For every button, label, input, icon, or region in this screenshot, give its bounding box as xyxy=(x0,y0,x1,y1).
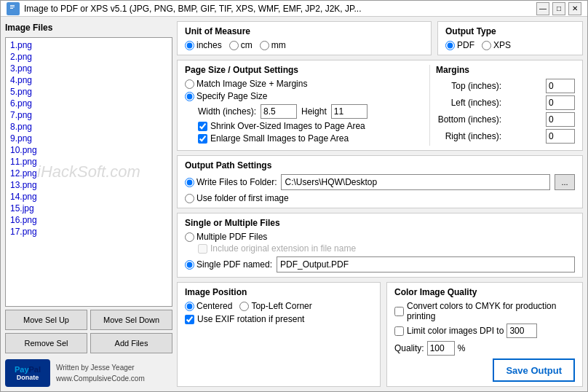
radio-cm[interactable]: cm xyxy=(229,40,253,50)
radio-multiple[interactable]: Multiple PDF Files xyxy=(185,232,575,242)
output-type-title: Output Type xyxy=(445,26,575,36)
radio-specify[interactable]: Specify Page Size xyxy=(185,91,424,101)
remove-sel-button[interactable]: Remove Sel xyxy=(5,333,87,353)
margin-bottom-row: Bottom (inches): 0 xyxy=(436,112,575,127)
radio-use-first[interactable]: Use folder of first image xyxy=(185,193,575,203)
list-item[interactable]: 12.png xyxy=(7,168,170,179)
top-margin-input[interactable]: 0 xyxy=(546,79,575,93)
list-item[interactable]: 7.png xyxy=(7,109,170,121)
list-item[interactable]: 15.jpg xyxy=(7,203,170,214)
radio-xps[interactable]: XPS xyxy=(482,40,511,50)
quality-input[interactable]: 100 xyxy=(427,341,455,356)
enlarge-label: Enlarge Small Images to Page Area xyxy=(210,133,349,144)
output-radio-row: PDF XPS xyxy=(445,40,575,50)
radio-topleft[interactable]: Top-Left Corner xyxy=(239,301,311,311)
inches-label: inches xyxy=(196,40,222,50)
left-margin-input[interactable]: 0 xyxy=(546,95,575,110)
list-item[interactable]: 16.png xyxy=(7,214,170,226)
list-item[interactable]: 3.png xyxy=(7,63,170,74)
save-output-button[interactable]: Save Output xyxy=(493,358,575,382)
radio-match[interactable]: Match Image Size + Margins xyxy=(185,79,424,89)
dpi-limit-label: Limit color images DPI to xyxy=(407,326,504,336)
radio-inches[interactable]: inches xyxy=(185,40,222,50)
match-label: Match Image Size + Margins xyxy=(196,79,307,89)
specify-label: Specify Page Size xyxy=(196,91,267,101)
left-panel: Image Files iHackSoft.com 1.png2.png3.pn… xyxy=(5,21,172,387)
paypal-button[interactable]: PayPal Donate xyxy=(5,359,50,387)
left-margin-label: Left (inches): xyxy=(436,98,501,108)
write-folder-label: Write Files to Folder: xyxy=(196,177,277,187)
bottom-buttons: Move Sel Up Move Sel Down xyxy=(5,310,172,330)
quality-label: Quality: xyxy=(394,343,424,353)
shrink-label: Shrink Over-Sized Images to Page Area xyxy=(210,121,365,131)
enlarge-row: Enlarge Small Images to Page Area xyxy=(185,133,424,144)
move-sel-up-button[interactable]: Move Sel Up xyxy=(5,310,87,330)
add-files-button[interactable]: Add Files xyxy=(90,333,172,353)
list-item[interactable]: 6.png xyxy=(7,98,170,109)
main-window: Image to PDF or XPS v5.1 (JPG, PNG, BMP,… xyxy=(0,0,588,392)
list-item[interactable]: 10.png xyxy=(7,144,170,156)
include-ext-checkbox[interactable] xyxy=(198,244,207,254)
image-position-title: Image Position xyxy=(185,287,373,297)
svg-rect-1 xyxy=(10,5,15,6)
bottom-margin-input[interactable]: 0 xyxy=(546,112,575,127)
top-row: Unit of Measure inches cm mm xyxy=(177,21,583,55)
exif-checkbox[interactable] xyxy=(185,315,194,324)
mm-label: mm xyxy=(271,40,286,50)
save-row: Save Output xyxy=(394,358,575,382)
maximize-button[interactable]: □ xyxy=(552,2,565,15)
right-margin-input[interactable]: 0 xyxy=(546,129,575,144)
output-path-section: Output Path Settings Write Files to Fold… xyxy=(177,155,583,208)
single-named-row: Single PDF named: PDF_Output.PDF xyxy=(185,256,575,273)
list-item[interactable]: 2.png xyxy=(7,51,170,63)
radio-write-folder[interactable]: Write Files to Folder: xyxy=(185,177,277,187)
quality-pct: % xyxy=(458,343,466,353)
single-filename-input[interactable]: PDF_Output.PDF xyxy=(277,256,575,273)
paypal-line2: www.CompulsiveCode.com xyxy=(56,373,145,384)
list-item[interactable]: 13.png xyxy=(7,179,170,191)
paypal-text: Written by Jesse Yeager www.CompulsiveCo… xyxy=(56,362,145,384)
folder-path-input[interactable]: C:\Users\HQW\Desktop xyxy=(281,174,550,190)
height-input[interactable]: 11 xyxy=(331,104,368,119)
bottom-section: Image Position Centered Top-Left Corner xyxy=(177,282,583,387)
dpi-row: Limit color images DPI to 300 xyxy=(394,324,575,338)
list-item[interactable]: 9.png xyxy=(7,133,170,144)
bottom-margin-label: Bottom (inches): xyxy=(436,114,501,125)
title-bar: Image to PDF or XPS v5.1 (JPG, PNG, BMP,… xyxy=(1,1,587,17)
list-item[interactable]: 5.png xyxy=(7,86,170,98)
xps-label: XPS xyxy=(493,40,511,50)
radio-mm[interactable]: mm xyxy=(260,40,286,50)
list-item[interactable]: 14.png xyxy=(7,191,170,203)
unit-measure-section: Unit of Measure inches cm mm xyxy=(177,21,432,55)
file-list-container[interactable]: iHackSoft.com 1.png2.png3.png4.png5.png6… xyxy=(5,37,172,307)
dpi-input[interactable]: 300 xyxy=(506,324,537,338)
cmyk-checkbox[interactable] xyxy=(394,307,404,316)
svg-rect-3 xyxy=(10,8,13,9)
title-buttons: — □ ✕ xyxy=(536,2,581,15)
right-margin-label: Right (inches): xyxy=(436,131,501,141)
list-item[interactable]: 17.png xyxy=(7,226,170,238)
width-input[interactable]: 8.5 xyxy=(261,104,297,119)
radio-pdf[interactable]: PDF xyxy=(445,40,474,50)
radio-single[interactable]: Single PDF named: xyxy=(185,259,272,270)
list-item[interactable]: 8.png xyxy=(7,121,170,133)
minimize-button[interactable]: — xyxy=(536,2,549,15)
enlarge-checkbox[interactable] xyxy=(198,134,207,144)
cmyk-label: Convert colors to CMYK for production pr… xyxy=(407,301,575,321)
shrink-checkbox[interactable] xyxy=(198,122,207,131)
browse-button[interactable]: ... xyxy=(555,174,575,190)
margin-top-row: Top (inches): 0 xyxy=(436,79,575,93)
centered-label: Centered xyxy=(196,301,232,311)
list-item[interactable]: 4.png xyxy=(7,74,170,86)
include-ext-label: Include original extension in file name xyxy=(210,243,356,254)
move-sel-down-button[interactable]: Move Sel Down xyxy=(90,310,172,330)
list-item[interactable]: 1.png xyxy=(7,39,170,51)
output-type-section: Output Type PDF XPS xyxy=(437,21,583,55)
app-icon xyxy=(7,2,20,15)
close-button[interactable]: ✕ xyxy=(568,2,581,15)
radio-centered[interactable]: Centered xyxy=(185,301,232,311)
height-label: Height xyxy=(301,106,327,117)
dpi-checkbox[interactable] xyxy=(394,326,404,336)
list-item[interactable]: 11.png xyxy=(7,156,170,168)
color-quality-section: Color Image Quality Convert colors to CM… xyxy=(386,282,583,387)
